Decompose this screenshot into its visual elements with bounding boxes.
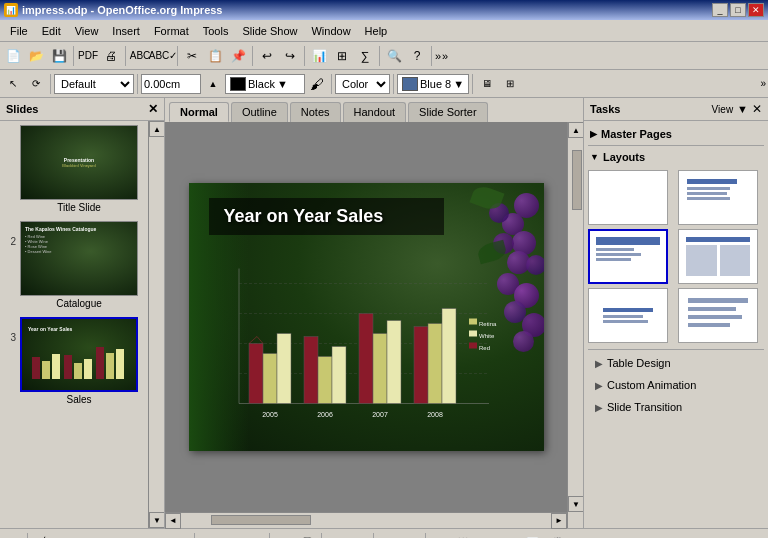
shapes2-tool[interactable]: △ bbox=[221, 532, 243, 539]
vscroll-up[interactable]: ▲ bbox=[568, 122, 584, 138]
section-custom-animation[interactable]: ▶ Custom Animation bbox=[588, 374, 764, 396]
layout-title-bar[interactable] bbox=[588, 229, 668, 284]
hscroll-right[interactable]: ► bbox=[551, 513, 567, 529]
menu-format[interactable]: Format bbox=[148, 23, 195, 39]
color-type-select[interactable]: Color bbox=[335, 74, 390, 94]
roundrect-tool[interactable]: ▭ bbox=[100, 532, 122, 539]
scroll-down-arrow[interactable]: ▼ bbox=[149, 512, 164, 528]
point-tool[interactable]: • bbox=[377, 532, 399, 539]
slide-item-1[interactable]: Presentation Blackbird Vineyard Title Sl… bbox=[4, 125, 144, 213]
extra-button[interactable]: ⊞ bbox=[499, 73, 521, 95]
maximize-button[interactable]: □ bbox=[730, 3, 746, 17]
hscroll-thumb[interactable] bbox=[211, 515, 311, 525]
hscroll-left[interactable]: ◄ bbox=[165, 513, 181, 529]
slides-scroll[interactable]: Presentation Blackbird Vineyard Title Sl… bbox=[0, 121, 148, 528]
section-master-pages[interactable]: ▶ Master Pages bbox=[588, 125, 764, 143]
zoom-button[interactable]: 🔍 bbox=[383, 45, 405, 67]
chart-button[interactable]: 📊 bbox=[308, 45, 330, 67]
zoom-tool[interactable]: ⊕ bbox=[348, 532, 370, 539]
menu-tools[interactable]: Tools bbox=[197, 23, 235, 39]
section-table-design[interactable]: ▶ Table Design bbox=[588, 352, 764, 374]
slide-item-3[interactable]: 3 Year on Year Sales bbox=[4, 317, 144, 405]
slides-close-button[interactable]: ✕ bbox=[148, 102, 158, 116]
slide-thumb-2[interactable]: The Kapalos Wines Catalogue • Red Wine •… bbox=[20, 221, 138, 296]
spellcheck2-button[interactable]: ABC✓ bbox=[152, 45, 174, 67]
layout-lines[interactable] bbox=[678, 288, 758, 343]
copy-button[interactable]: 📋 bbox=[204, 45, 226, 67]
fontwork-tool[interactable]: A bbox=[429, 532, 451, 539]
text-tool[interactable]: T bbox=[123, 532, 145, 539]
minimize-button[interactable]: _ bbox=[712, 3, 728, 17]
tasks-controls[interactable]: View ▼ ✕ bbox=[712, 102, 762, 116]
slide-item-2[interactable]: 2 The Kapalos Wines Catalogue • Red Wine… bbox=[4, 221, 144, 309]
style-select[interactable]: Default bbox=[54, 74, 134, 94]
slide-canvas[interactable]: Year on Year Sales bbox=[165, 122, 567, 512]
eyedropper-tool[interactable]: 🖊 bbox=[400, 532, 422, 539]
line-tool[interactable]: ╱ bbox=[31, 532, 53, 539]
tab-notes[interactable]: Notes bbox=[290, 102, 341, 122]
vscroll-down[interactable]: ▼ bbox=[568, 496, 584, 512]
slides-scrollbar[interactable]: ▲ ▼ bbox=[148, 121, 164, 528]
callout-tool[interactable]: 💬 bbox=[296, 532, 318, 539]
tab-normal[interactable]: Normal bbox=[169, 102, 229, 122]
cut-button[interactable]: ✂ bbox=[181, 45, 203, 67]
menu-view[interactable]: View bbox=[69, 23, 105, 39]
formula-button[interactable]: ∑ bbox=[354, 45, 376, 67]
shadow-tool[interactable]: ⊟ bbox=[325, 532, 347, 539]
flowchart-tool[interactable]: ⬡ bbox=[244, 532, 266, 539]
select-tool[interactable]: ↖ bbox=[2, 532, 24, 539]
save-button[interactable]: 💾 bbox=[48, 45, 70, 67]
rotate-button[interactable]: ⟳ bbox=[25, 73, 47, 95]
redo-button[interactable]: ↪ bbox=[279, 45, 301, 67]
curve-tool[interactable]: ∫ bbox=[146, 532, 168, 539]
menu-insert[interactable]: Insert bbox=[106, 23, 146, 39]
arrow-tool[interactable]: → bbox=[54, 532, 76, 539]
size-up-button[interactable]: ▲ bbox=[202, 73, 224, 95]
stars-tool[interactable]: ★ bbox=[273, 532, 295, 539]
section-slide-transition[interactable]: ▶ Slide Transition bbox=[588, 396, 764, 418]
menu-edit[interactable]: Edit bbox=[36, 23, 67, 39]
display-button[interactable]: 🖥 bbox=[476, 73, 498, 95]
tasks-close-button[interactable]: ✕ bbox=[752, 102, 762, 116]
menu-file[interactable]: File bbox=[4, 23, 34, 39]
color-selector[interactable]: Black ▼ bbox=[225, 74, 305, 94]
layout-centered[interactable] bbox=[588, 288, 668, 343]
insert-tool[interactable]: ⟲ bbox=[498, 532, 520, 539]
new-button[interactable]: 📄 bbox=[2, 45, 24, 67]
table-button[interactable]: ⊞ bbox=[331, 45, 353, 67]
close-button[interactable]: ✕ bbox=[748, 3, 764, 17]
rect-tool[interactable]: □ bbox=[77, 532, 99, 539]
table-tool[interactable]: ⊞ bbox=[475, 532, 497, 539]
window-controls[interactable]: _ □ ✕ bbox=[712, 3, 764, 17]
vscroll-thumb[interactable] bbox=[572, 150, 582, 210]
slide-thumb-3[interactable]: Year on Year Sales bbox=[20, 317, 138, 392]
paste-button[interactable]: 📌 bbox=[227, 45, 249, 67]
open-button[interactable]: 📂 bbox=[25, 45, 47, 67]
color2-selector[interactable]: Blue 8 ▼ bbox=[397, 74, 469, 94]
tasks-view-button[interactable]: View bbox=[712, 104, 734, 115]
tab-slide-sorter[interactable]: Slide Sorter bbox=[408, 102, 487, 122]
tab-handout[interactable]: Handout bbox=[343, 102, 407, 122]
image-tool[interactable]: 🖼 bbox=[452, 532, 474, 539]
color2-dropdown-arrow[interactable]: ▼ bbox=[453, 78, 464, 90]
scroll-up-arrow[interactable]: ▲ bbox=[149, 121, 164, 137]
slide-thumb-1[interactable]: Presentation Blackbird Vineyard bbox=[20, 125, 138, 200]
menu-help[interactable]: Help bbox=[359, 23, 394, 39]
layout-blank[interactable] bbox=[588, 170, 668, 225]
chart-tool[interactable]: 📊 bbox=[521, 532, 543, 539]
canvas-vscroll[interactable]: ▲ ▼ bbox=[567, 122, 583, 512]
help-button[interactable]: ? bbox=[406, 45, 428, 67]
shapes-tool[interactable]: ◇ bbox=[198, 532, 220, 539]
print-button[interactable]: 🖨 bbox=[100, 45, 122, 67]
layout-title-content[interactable] bbox=[678, 170, 758, 225]
color-picker-button[interactable]: 🖌 bbox=[306, 73, 328, 95]
menu-window[interactable]: Window bbox=[305, 23, 356, 39]
undo-button[interactable]: ↩ bbox=[256, 45, 278, 67]
spellcheck-button[interactable]: ABC bbox=[129, 45, 151, 67]
lines-tool[interactable]: ⤴ bbox=[169, 532, 191, 539]
movie-tool[interactable]: 🎬 bbox=[544, 532, 566, 539]
export-pdf-button[interactable]: PDF bbox=[77, 45, 99, 67]
tab-outline[interactable]: Outline bbox=[231, 102, 288, 122]
section-layouts[interactable]: ▼ Layouts bbox=[588, 148, 764, 166]
color-dropdown-arrow[interactable]: ▼ bbox=[277, 78, 288, 90]
